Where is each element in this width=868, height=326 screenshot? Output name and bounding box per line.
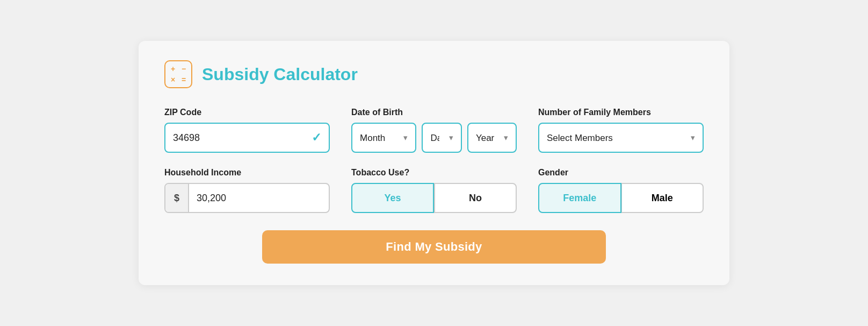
- gender-female-button[interactable]: Female: [538, 183, 621, 213]
- day-select[interactable]: Day 12345 678910 1112131415 1617181920 2…: [423, 124, 460, 152]
- day-select-wrapper: Day 12345 678910 1112131415 1617181920 2…: [422, 123, 461, 153]
- icon-plus: +: [169, 65, 177, 73]
- calculator-card: + − × = Subsidy Calculator ZIP Code ✓ Da…: [139, 41, 729, 285]
- zip-code-input[interactable]: [173, 132, 312, 144]
- gender-male-button[interactable]: Male: [621, 183, 704, 213]
- family-members-select-wrapper: Select Members 1234 5678+ ▾: [538, 123, 704, 153]
- zip-code-input-wrapper: ✓: [164, 123, 330, 153]
- dob-label: Date of Birth: [351, 108, 517, 117]
- family-members-label: Number of Family Members: [538, 108, 704, 117]
- household-income-label: Household Income: [164, 168, 330, 178]
- tobacco-use-label: Tobacco Use?: [351, 168, 517, 178]
- year-select-wrapper: Year ▾: [467, 123, 517, 153]
- family-members-group: Number of Family Members Select Members …: [538, 108, 704, 153]
- find-subsidy-button[interactable]: Find My Subsidy: [262, 230, 606, 264]
- page-title: Subsidy Calculator: [202, 65, 358, 84]
- dob-group: Date of Birth Month JanuaryFebruaryMarch…: [351, 108, 517, 153]
- form-grid: ZIP Code ✓ Date of Birth Month JanuaryFe…: [164, 108, 704, 213]
- zip-checkmark-icon: ✓: [312, 131, 321, 145]
- icon-equals: =: [179, 75, 188, 84]
- tobacco-yes-button[interactable]: Yes: [351, 183, 434, 213]
- dollar-sign: $: [165, 184, 189, 212]
- calculator-icon: + − × =: [164, 60, 192, 88]
- family-members-select[interactable]: Select Members 1234 5678+: [539, 124, 703, 152]
- income-input-wrapper: $: [164, 183, 330, 213]
- gender-label: Gender: [538, 168, 704, 178]
- gender-group: Gender Female Male: [538, 168, 704, 213]
- household-income-group: Household Income $: [164, 168, 330, 213]
- tobacco-use-group: Tobacco Use? Yes No: [351, 168, 517, 213]
- icon-times: ×: [169, 75, 177, 84]
- month-select-wrapper: Month JanuaryFebruaryMarch AprilMayJune …: [351, 123, 416, 153]
- icon-minus: −: [179, 65, 188, 73]
- month-select[interactable]: Month JanuaryFebruaryMarch AprilMayJune …: [352, 124, 415, 152]
- zip-code-label: ZIP Code: [164, 108, 330, 117]
- dob-selects: Month JanuaryFebruaryMarch AprilMayJune …: [351, 123, 517, 153]
- zip-code-group: ZIP Code ✓: [164, 108, 330, 153]
- header: + − × = Subsidy Calculator: [164, 60, 704, 88]
- gender-toggle: Female Male: [538, 183, 704, 213]
- tobacco-toggle: Yes No: [351, 183, 517, 213]
- income-input[interactable]: [189, 193, 329, 204]
- year-select[interactable]: Year: [468, 124, 516, 152]
- tobacco-no-button[interactable]: No: [434, 183, 517, 213]
